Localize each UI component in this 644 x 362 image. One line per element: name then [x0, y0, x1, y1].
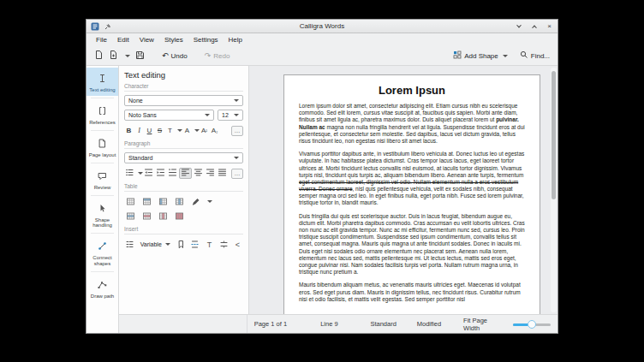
indent-more-button[interactable]	[155, 168, 166, 179]
indent-less-button[interactable]	[143, 168, 154, 179]
align-left-button[interactable]	[179, 168, 192, 179]
save-button[interactable]	[133, 49, 147, 63]
insert-table-button[interactable]	[124, 196, 136, 208]
new-document-button[interactable]	[92, 48, 106, 63]
titlebar[interactable]: Calligra Words ×	[86, 20, 558, 33]
add-shape-button[interactable]: Add Shape	[450, 49, 510, 62]
pin-icon[interactable]	[104, 19, 111, 34]
find-button[interactable]: Find...	[517, 49, 552, 62]
insert-index-button[interactable]	[124, 239, 135, 251]
align-center-button[interactable]	[193, 168, 204, 179]
font-size-select[interactable]: 12	[218, 110, 243, 121]
sidebar-tab-text-editing[interactable]: Text editing	[86, 68, 118, 96]
insert-spacing-button[interactable]	[218, 239, 230, 251]
list-style-button-dropdown[interactable]	[136, 168, 142, 179]
variable-dropdown[interactable]: Variable	[139, 241, 172, 247]
minimize-icon[interactable]	[515, 22, 522, 30]
merge-cells-button[interactable]	[173, 196, 185, 208]
character-more-button[interactable]: …	[231, 126, 243, 136]
bold-button[interactable]: B	[124, 125, 134, 136]
zoom-slider[interactable]	[513, 320, 551, 329]
font-color-button-dropdown[interactable]	[193, 125, 199, 136]
insert-bookmark-icon	[176, 237, 186, 252]
document-paragraph[interactable]: Vivamus porttitor dapibus ante, in vesti…	[299, 151, 525, 207]
insert-spacing-icon	[219, 237, 229, 252]
sidebar-tab-shape-handling[interactable]: Shape handling	[86, 198, 118, 232]
character-section-label: Character	[124, 83, 243, 92]
paragraph-format-row: …	[124, 167, 243, 180]
chevron-down-icon	[234, 99, 239, 102]
open-document-button[interactable]	[106, 48, 121, 63]
insert-text-variable-icon: T	[205, 237, 214, 252]
document-paragraph[interactable]: Duis fringilla dui quis est scelerisque …	[299, 213, 525, 276]
redo-button[interactable]: ↷ Redo	[202, 50, 233, 62]
menu-view[interactable]: View	[135, 35, 158, 45]
new-document-icon	[94, 50, 104, 62]
calligra-words-window: Calligra Words × FileEditViewStylesSetti…	[86, 19, 558, 334]
font-color-button[interactable]: A	[182, 125, 192, 136]
menu-styles[interactable]: Styles	[160, 35, 188, 45]
delete-table-button[interactable]	[173, 211, 185, 223]
subscript-button[interactable]: A₂	[210, 125, 219, 136]
align-right-button[interactable]	[205, 168, 216, 179]
vertical-scrollbar[interactable]	[551, 68, 557, 312]
insert-bookmark-button[interactable]	[176, 239, 187, 251]
text-position-button[interactable]: T	[165, 125, 175, 136]
insert-toc-icon	[125, 237, 134, 252]
strikethrough-button[interactable]: S	[155, 125, 164, 136]
list-icon	[125, 168, 134, 179]
character-style-select[interactable]: None	[124, 95, 243, 106]
delete-row-button[interactable]	[140, 211, 152, 223]
first-line-indent-button[interactable]	[167, 168, 178, 179]
zoom-slider-handle[interactable]	[528, 320, 536, 329]
insert-table-icon	[126, 194, 135, 210]
chevron-down-icon	[234, 114, 239, 116]
close-icon[interactable]: ×	[546, 22, 553, 30]
superscript-button[interactable]: A²	[200, 125, 209, 136]
variable-label: Variable	[140, 241, 162, 247]
menu-help[interactable]: Help	[224, 35, 247, 45]
document-paragraph[interactable]: Mauris bibendum aliquam metus, ac venena…	[299, 282, 525, 303]
zoom-mode-label[interactable]: Fit Page Width	[463, 317, 504, 332]
chevron-down-icon	[234, 157, 239, 159]
insert-row-button[interactable]	[140, 196, 152, 208]
document-page[interactable]: Lorem Ipsun Lorem ipsum dolor sit amet, …	[283, 74, 540, 314]
document-paragraph[interactable]: Lorem ipsum dolor sit amet, consectetur …	[299, 103, 525, 145]
font-family-value: Noto Sans	[128, 112, 157, 118]
style-indicator[interactable]: Standard	[370, 320, 409, 328]
underline-button[interactable]: U	[145, 125, 154, 136]
chevron-down-icon	[165, 243, 170, 246]
menu-file[interactable]: File	[92, 35, 111, 45]
undo-button[interactable]: ↶ Undo	[159, 50, 190, 62]
paragraph-style-select[interactable]: Standard	[124, 152, 243, 163]
align-justify-button[interactable]	[217, 168, 228, 179]
open-recent-dropdown[interactable]	[121, 53, 133, 59]
insert-column-button[interactable]	[157, 196, 169, 208]
scrollbar-thumb[interactable]	[552, 71, 556, 199]
border-pen-button-dropdown[interactable]	[206, 196, 212, 207]
font-family-select[interactable]: Noto Sans	[124, 110, 214, 121]
page-indicator[interactable]: Page 1 of 1	[254, 320, 314, 328]
align-right-icon	[206, 168, 215, 179]
menu-edit[interactable]: Edit	[113, 35, 134, 45]
statusbar: Page 1 of 1 Line 9 Standard Modified Fit…	[119, 314, 558, 333]
menu-settings[interactable]: Settings	[189, 35, 223, 45]
sidebar-tab-page-layout[interactable]: Page layout	[86, 133, 118, 161]
maximize-icon[interactable]	[530, 22, 538, 30]
insert-special-char-button[interactable]: <	[232, 239, 243, 251]
text-position-button-dropdown[interactable]	[176, 125, 182, 136]
italic-button[interactable]: I	[134, 125, 144, 136]
delete-column-button[interactable]	[157, 211, 169, 223]
list-style-button[interactable]	[124, 168, 135, 179]
document-area[interactable]: Lorem Ipsun Lorem ipsum dolor sit amet, …	[249, 66, 558, 314]
sidebar-tab-references[interactable]: References	[86, 100, 118, 128]
insert-text-button[interactable]: T	[204, 239, 215, 251]
sidebar-tab-connect-shapes[interactable]: Connect shapes	[86, 235, 118, 270]
sidebar-tab-review[interactable]: Review	[86, 165, 118, 193]
line-indicator: Line 9	[320, 320, 363, 328]
split-cells-button[interactable]	[124, 211, 136, 223]
paragraph-more-button[interactable]: …	[231, 169, 243, 179]
border-pen-button[interactable]	[189, 196, 201, 208]
insert-page-break-button[interactable]	[189, 239, 200, 251]
sidebar-tab-draw-path[interactable]: Draw path	[86, 274, 118, 302]
